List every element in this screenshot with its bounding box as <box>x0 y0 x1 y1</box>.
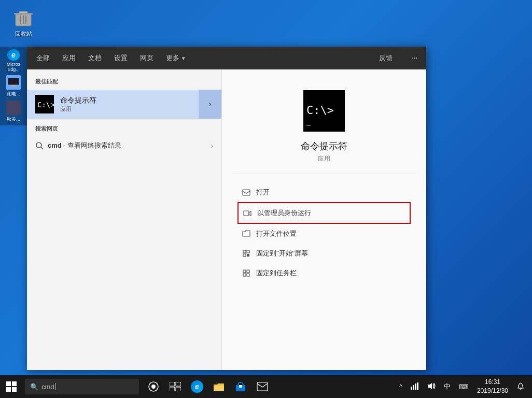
computer-icon-label: 此电... <box>7 91 20 97</box>
svg-rect-23 <box>247 270 249 273</box>
tray-notification-icon[interactable] <box>513 381 528 393</box>
nav-more[interactable]: 更多 ▾ <box>165 51 185 65</box>
taskbar-mail-icon[interactable] <box>252 375 273 398</box>
svg-marker-40 <box>428 383 432 389</box>
svg-line-12 <box>41 147 43 149</box>
taskbar-cortana-icon[interactable] <box>143 375 164 398</box>
svg-rect-25 <box>247 274 249 276</box>
best-match-text: 命令提示符 应用 <box>60 96 213 113</box>
nav-docs[interactable]: 文档 <box>87 51 103 65</box>
svg-rect-24 <box>243 274 246 276</box>
action-run-as-admin[interactable]: 以管理员身份运行 <box>237 202 411 224</box>
windows-logo-icon <box>6 381 17 392</box>
taskbar-search-bar[interactable]: 🔍 cmd <box>25 379 139 394</box>
sidebar-edge-icon[interactable]: e MicrosEdg... <box>2 49 25 72</box>
nav-all[interactable]: 全部 <box>35 51 51 65</box>
search-web-icon <box>35 141 44 150</box>
taskbar-task-view-icon[interactable] <box>165 375 186 398</box>
action-open-label: 打开 <box>256 188 270 197</box>
pin-start-icon <box>242 249 251 258</box>
right-divider <box>232 174 416 174</box>
svg-rect-36 <box>411 387 412 390</box>
best-match-title: 最佳匹配 <box>27 78 221 90</box>
svg-point-27 <box>151 385 156 389</box>
best-match-item[interactable]: C:\> 命令提示符 应用 › <box>27 90 221 119</box>
taskbar-store-icon[interactable] <box>230 375 251 398</box>
best-match-name: 命令提示符 <box>60 96 213 105</box>
tray-keyboard-icon[interactable]: ⌨ <box>456 382 472 392</box>
action-run-as-admin-label: 以管理员身份运行 <box>257 208 311 218</box>
start-menu: 全部 应用 文档 设置 网页 更多 ▾ 反馈 ··· 最佳匹配 <box>27 47 426 370</box>
svg-rect-22 <box>243 270 246 273</box>
edge-icon-img: e <box>7 49 20 61</box>
svg-rect-17 <box>244 211 249 216</box>
tray-network-icon[interactable] <box>408 381 422 392</box>
web-item-arrow: › <box>211 141 213 150</box>
svg-rect-19 <box>247 250 249 253</box>
svg-rect-20 <box>243 254 246 257</box>
svg-rect-8 <box>10 86 17 87</box>
nav-more-label: 更多 <box>165 51 180 65</box>
action-pin-taskbar[interactable]: 固定到任务栏 <box>237 263 411 283</box>
recycle-bin-label: 回收站 <box>15 30 32 38</box>
search-nav-bar: 全部 应用 文档 设置 网页 更多 ▾ 反馈 ··· <box>27 47 426 69</box>
edge-icon-label: MicrosEdg... <box>7 62 21 72</box>
system-tray: ^ 中 ⌨ 16:31 2019/12/30 <box>396 377 532 396</box>
cmd-icon: C:\> <box>35 95 54 113</box>
taskbar-explorer-icon[interactable] <box>208 375 229 398</box>
nav-web[interactable]: 网页 <box>139 51 155 65</box>
tray-chevron[interactable]: ^ <box>396 382 405 391</box>
right-panel: C:\> _ 命令提示符 应用 <box>221 69 426 370</box>
svg-text:C:\>: C:\> <box>37 101 54 109</box>
recycle-bin-image <box>13 7 34 28</box>
web-section-title: 搜索网页 <box>35 125 213 133</box>
sidebar-icons: e MicrosEdg... 此电... 秋关... <box>0 47 27 125</box>
svg-rect-37 <box>413 385 414 390</box>
tray-volume-icon[interactable] <box>424 381 439 392</box>
web-section: 搜索网页 cmd - 查看网络搜索结果 › <box>27 119 221 159</box>
search-cursor <box>55 383 55 390</box>
svg-text:C:\>: C:\> <box>306 104 334 117</box>
action-pin-taskbar-label: 固定到任务栏 <box>256 268 297 278</box>
svg-rect-5 <box>14 13 33 15</box>
svg-rect-31 <box>176 387 181 391</box>
best-match-arrow[interactable]: › <box>199 90 221 119</box>
nav-apps[interactable]: 应用 <box>61 51 77 65</box>
svg-rect-7 <box>11 85 16 86</box>
action-pin-start[interactable]: 固定到"开始"屏幕 <box>237 244 411 263</box>
nav-feedback[interactable]: 反馈 <box>379 53 393 63</box>
taskbar: 🔍 cmd e <box>0 375 532 398</box>
action-open-location[interactable]: 打开文件位置 <box>237 224 411 244</box>
search-content: 最佳匹配 C:\> 命令提示符 应用 › <box>27 69 426 370</box>
web-search-item[interactable]: cmd - 查看网络搜索结果 › <box>35 137 213 154</box>
action-open[interactable]: 打开 <box>237 182 411 202</box>
recycle-bin-icon[interactable]: 回收站 <box>5 5 41 40</box>
left-panel: 最佳匹配 C:\> 命令提示符 应用 › <box>27 69 221 370</box>
taskbar-edge-icon[interactable]: e <box>187 375 207 398</box>
tray-time-value: 16:31 <box>477 378 508 387</box>
desktop: 回收站 e MicrosEdg... 此电... 秋关... 全部 <box>0 0 532 398</box>
nav-settings[interactable]: 设置 <box>113 51 129 65</box>
sidebar-computer-icon[interactable]: 此电... <box>2 75 25 97</box>
right-app-type: 应用 <box>318 154 330 163</box>
right-app-icon: C:\> _ <box>303 90 345 132</box>
tray-ime-label[interactable]: 中 <box>441 381 454 392</box>
action-list: 打开 以管理员身份运行 <box>232 182 416 283</box>
svg-rect-30 <box>170 387 175 391</box>
svg-rect-21 <box>247 254 249 257</box>
nav-dots[interactable]: ··· <box>411 53 418 63</box>
taskbar-search-text[interactable]: cmd <box>41 383 54 391</box>
start-button[interactable] <box>0 375 23 398</box>
svg-rect-6 <box>8 78 19 85</box>
taskbar-search-icon: 🔍 <box>30 383 38 391</box>
folder-location-icon <box>242 229 251 238</box>
action-pin-start-label: 固定到"开始"屏幕 <box>256 249 308 258</box>
tray-date-value: 2019/12/30 <box>477 387 508 395</box>
svg-rect-16 <box>243 190 250 195</box>
svg-point-11 <box>36 143 41 148</box>
tray-clock[interactable]: 16:31 2019/12/30 <box>474 377 511 396</box>
svg-rect-29 <box>176 382 181 386</box>
svg-rect-18 <box>243 250 246 253</box>
svg-rect-32 <box>214 386 224 391</box>
sidebar-extra-icon[interactable]: 秋关... <box>2 100 25 123</box>
